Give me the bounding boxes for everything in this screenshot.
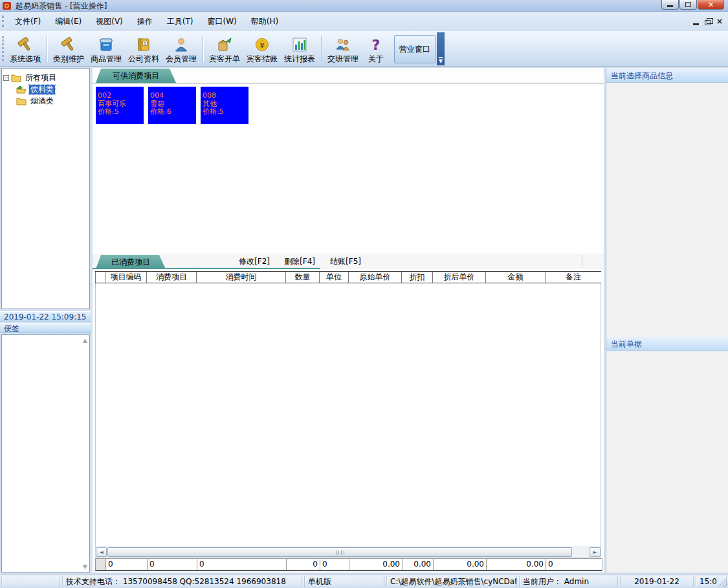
tab-consumed-items[interactable]: 已消费项目 <box>96 255 166 269</box>
company-book-icon <box>135 36 153 54</box>
header-cell-quantity[interactable]: 数量 <box>286 272 320 283</box>
menu-item-file[interactable]: 文件(F) <box>8 14 48 28</box>
status-data-path: C:\超易软件\超易奶茶销售\cyNCData.sys <box>386 576 517 587</box>
status-edition: 单机版 <box>304 576 384 587</box>
minimize-button[interactable] <box>661 0 679 10</box>
scroll-left-icon[interactable]: ◄ <box>96 547 107 557</box>
header-cell-time[interactable]: 消费时间 <box>197 272 286 283</box>
menu-item-operate[interactable]: 操作 <box>130 14 160 28</box>
status-user: 当前用户： Admin <box>519 576 618 587</box>
header-cell-amount[interactable]: 金额 <box>486 272 546 283</box>
tab-available-items[interactable]: 可供消费项目 <box>96 69 176 83</box>
report-button[interactable]: 统计报表 <box>281 32 318 65</box>
chevron-down-icon: ▼ <box>439 59 443 63</box>
product-price: 价格:5 <box>98 108 144 116</box>
header-cell-orig-price[interactable]: 原始单价 <box>349 272 402 283</box>
header-cell-remark[interactable]: 备注 <box>546 272 601 283</box>
tree-root-item[interactable]: − 所有项目 <box>3 72 88 83</box>
status-blank <box>1 576 60 587</box>
h-scrollbar[interactable]: ◄ ► <box>95 547 601 558</box>
header-cell-discount[interactable]: 折扣 <box>402 272 433 283</box>
coin-icon: ¥ <box>253 36 271 54</box>
member-person-icon <box>172 36 190 54</box>
info-panel: 当前选择商品信息 当前单据 <box>606 68 728 572</box>
bar-chart-icon <box>291 36 309 54</box>
close-button[interactable]: ✕ <box>698 0 724 10</box>
tree-item-label: 烟酒类 <box>29 96 55 106</box>
guest-order-button[interactable]: 宾客开单 <box>206 32 243 65</box>
delete-button[interactable]: 删除[F4] <box>283 256 316 268</box>
product-code: 002 <box>98 92 144 100</box>
product-box-icon <box>97 36 115 54</box>
summary-row: 0 0 0 0 0 0.00 0.00 0.00 0.00 0 <box>95 558 602 571</box>
shift-manage-button[interactable]: 交班管理 <box>324 32 362 65</box>
question-mark-icon: ? <box>367 36 385 54</box>
scroll-thumb[interactable] <box>107 547 572 557</box>
scroll-right-icon[interactable]: ► <box>590 547 601 557</box>
checkout-button[interactable]: 结账[F5] <box>329 256 362 268</box>
company-info-button[interactable]: 公司资料 <box>125 32 162 65</box>
toolbar-label: 系统选项 <box>10 54 41 64</box>
order-box-icon <box>215 36 234 54</box>
guest-checkout-button[interactable]: ¥ 宾客结账 <box>243 32 281 65</box>
maximize-icon <box>685 2 691 7</box>
toolbar-label: 公司资料 <box>128 54 159 64</box>
member-manage-button[interactable]: 会员管理 <box>162 32 200 65</box>
header-cell-item-code[interactable]: 项目编码 <box>105 272 147 283</box>
maximize-button[interactable] <box>679 0 697 10</box>
selected-product-body <box>606 83 728 337</box>
header-cell-disc-price[interactable]: 折后单价 <box>433 272 486 283</box>
product-code: 008 <box>203 92 248 100</box>
main-work-area: 可供消费项目 002 百事可乐 价格:5 004 雪碧 价格:6 008 其他 … <box>93 68 604 572</box>
menu-item-tools[interactable]: 工具(T) <box>160 14 201 28</box>
product-manage-button[interactable]: 商品管理 <box>87 32 125 65</box>
tree-item-drinks[interactable]: 饮料类 <box>3 83 88 95</box>
consumed-table-body[interactable] <box>95 283 601 547</box>
summary-cell: 0.00 <box>403 559 434 570</box>
mdi-close-icon[interactable]: × <box>716 17 723 26</box>
scroll-up-icon[interactable]: ▲ <box>83 337 87 343</box>
product-tile-sprite[interactable]: 004 雪碧 价格:6 <box>148 87 196 124</box>
header-cell-unit[interactable]: 单位 <box>320 272 349 283</box>
app-icon <box>3 1 12 10</box>
summary-cell: 0 <box>148 559 197 570</box>
strip-separator <box>582 255 582 268</box>
menu-item-window[interactable]: 窗口(W) <box>201 14 244 28</box>
toolbar-overflow-button[interactable]: ▼ <box>437 32 445 65</box>
minimize-icon <box>667 5 673 7</box>
shift-people-icon <box>334 36 352 54</box>
menu-item-view[interactable]: 视图(V) <box>89 14 130 28</box>
product-name: 百事可乐 <box>98 100 144 109</box>
category-maintain-button[interactable]: 类别维护 <box>50 32 87 65</box>
product-code: 004 <box>150 92 196 100</box>
menu-item-help[interactable]: 帮助(H) <box>244 14 285 28</box>
menu-item-edit[interactable]: 编辑(E) <box>48 14 89 28</box>
summary-cell: 0 <box>106 559 148 570</box>
modify-button[interactable]: 修改[F2] <box>238 256 270 268</box>
summary-cell: 0.00 <box>349 559 403 570</box>
hammer-icon <box>60 36 78 54</box>
toolbar-label: 宾客结账 <box>247 54 278 64</box>
statusbar: 技术支持电话： 13570098458 QQ:52813524 19669038… <box>0 574 728 588</box>
product-tile-other[interactable]: 008 其他 价格:5 <box>201 87 248 124</box>
business-window-button[interactable]: 营业窗口 <box>394 35 436 63</box>
scroll-down-icon[interactable]: ▼ <box>83 563 87 570</box>
mdi-minimize-icon[interactable] <box>693 23 699 25</box>
mdi-restore-icon[interactable] <box>705 20 711 25</box>
current-order-header: 当前单据 <box>606 337 728 351</box>
folder-icon <box>16 97 27 105</box>
status-support: 技术支持电话： 13570098458 QQ:52813524 19669038… <box>62 576 302 587</box>
product-tile-pepsi[interactable]: 002 百事可乐 价格:5 <box>96 87 144 124</box>
question-glyph: ? <box>372 37 381 53</box>
toolbar-separator <box>321 36 322 62</box>
note-input[interactable]: ▲ ▼ <box>1 334 90 572</box>
toolbar-label: 统计报表 <box>284 54 315 64</box>
system-options-button[interactable]: 系统选项 <box>6 32 44 65</box>
resize-grip-icon[interactable] <box>719 579 727 587</box>
tree-item-tobacco[interactable]: 烟酒类 <box>3 95 88 107</box>
menubar-grip-icon <box>2 16 4 27</box>
summary-cell: 0.00 <box>434 559 487 570</box>
header-cell-item-name[interactable]: 消费项目 <box>147 272 197 283</box>
tree-expander-icon[interactable]: − <box>3 75 9 81</box>
about-button[interactable]: ? 关于 <box>362 32 390 65</box>
